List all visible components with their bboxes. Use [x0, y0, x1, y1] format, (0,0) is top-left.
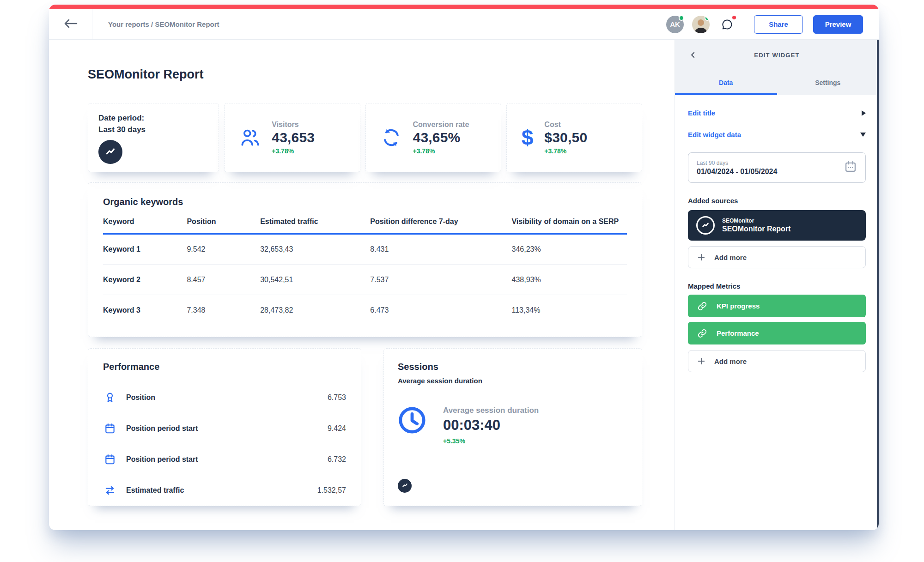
cell-visibility: 438,93%	[511, 265, 627, 295]
column-header: Visibility of domain on a SERP	[511, 218, 627, 234]
date-period-label: Date period:	[98, 113, 208, 124]
performance-title: Performance	[103, 362, 346, 372]
avatar-photo[interactable]	[692, 16, 710, 33]
table-row: Keyword 2 8.457 30,542,51 7.537 438,93%	[103, 265, 627, 295]
mapped-metric-label: KPI progress	[717, 302, 760, 310]
column-header: Keyword	[103, 218, 187, 234]
edit-widget-data-row[interactable]: Edit widget data	[688, 131, 866, 139]
avatar-initials-text: AK	[670, 20, 680, 28]
organic-keywords-widget[interactable]: Organic keywords Keyword Position Estima…	[88, 182, 642, 337]
cell-visibility: 346,23%	[511, 234, 627, 265]
performance-row-label: Position period start	[126, 455, 198, 464]
date-period-widget[interactable]: Date period: Last 30 days	[88, 103, 219, 172]
tab-settings[interactable]: Settings	[777, 70, 879, 95]
plus-icon	[697, 253, 706, 262]
edit-widget-panel: EDIT WIDGET Data Settings Edit title	[675, 40, 879, 530]
stat-value: 43,65%	[413, 130, 469, 145]
keywords-title: Organic keywords	[103, 197, 627, 207]
sidebar-scrollbar[interactable]	[877, 40, 879, 530]
share-button[interactable]: Share	[754, 15, 803, 34]
preview-button-label: Preview	[825, 20, 851, 28]
cell-position-diff: 8.431	[370, 234, 511, 265]
stat-label: Conversion rate	[413, 121, 469, 129]
column-header: Position	[187, 218, 260, 234]
notification-dot	[731, 15, 737, 20]
add-source-button[interactable]: Add more	[688, 246, 866, 268]
panel-title: EDIT WIDGET	[675, 52, 879, 59]
seomonitor-logo-icon	[398, 479, 412, 493]
stat-delta: +3.78%	[413, 147, 469, 155]
preview-button[interactable]: Preview	[813, 15, 863, 34]
online-dot	[705, 16, 710, 21]
panel-header: EDIT WIDGET Data Settings	[675, 40, 879, 95]
session-metric-label: Average session duration	[443, 406, 539, 415]
sessions-widget[interactable]: Sessions Average session duration Averag…	[383, 348, 642, 506]
chevron-right-icon	[862, 110, 866, 116]
breadcrumb[interactable]: Your reports / SEOMonitor Report	[108, 20, 219, 28]
source-name: SEOMonitor Report	[722, 225, 790, 233]
award-icon	[103, 392, 117, 404]
date-range-picker[interactable]: Last 90 days 01/04/2024 - 01/05/2024	[688, 152, 866, 183]
source-provider: SEOMonitor	[722, 218, 790, 224]
table-row: Keyword 3 7.348 28,473,82 6.473 113,34%	[103, 295, 627, 326]
cell-traffic: 30,542,51	[260, 265, 370, 295]
stat-delta: +3.78%	[544, 147, 587, 155]
bottom-widgets-row: Performance Position 6.753	[88, 348, 642, 506]
back-button[interactable]	[49, 9, 92, 39]
tab-label: Data	[719, 79, 733, 86]
sessions-title: Sessions	[398, 362, 628, 372]
cell-position: 7.348	[187, 295, 260, 326]
share-button-label: Share	[769, 20, 788, 28]
performance-row-label: Estimated traffic	[126, 486, 184, 495]
chat-button[interactable]	[718, 15, 736, 34]
performance-row: Position period start 6.732	[103, 444, 346, 475]
date-period-value: Last 30 days	[98, 124, 208, 136]
navbar-actions: AK Shar	[666, 15, 879, 34]
source-card-seomonitor[interactable]: SEOMonitor SEOMonitor Report	[688, 210, 866, 241]
cell-keyword: Keyword 3	[103, 295, 187, 326]
chevron-left-icon	[689, 51, 697, 59]
performance-row-label: Position period start	[126, 424, 198, 433]
seomonitor-logo-icon	[98, 140, 122, 164]
date-range-value: 01/04/2024 - 01/05/2024	[697, 168, 777, 176]
performance-row: Position 6.753	[103, 382, 346, 413]
tab-data[interactable]: Data	[675, 70, 777, 95]
performance-widget[interactable]: Performance Position 6.753	[88, 348, 361, 506]
stat-delta: +3.78%	[272, 147, 315, 155]
cell-traffic: 32,653,43	[260, 234, 370, 265]
transfer-arrows-icon	[103, 484, 117, 496]
cell-keyword: Keyword 1	[103, 234, 187, 265]
cell-keyword: Keyword 2	[103, 265, 187, 295]
cost-widget[interactable]: $ Cost $30,50 +3.78%	[506, 103, 642, 172]
performance-row: Position period start 9.424	[103, 413, 346, 444]
panel-back-button[interactable]	[689, 40, 697, 70]
column-header: Position difference 7-day	[370, 218, 511, 234]
edit-title-row[interactable]: Edit title	[688, 109, 866, 117]
calendar-icon	[103, 423, 117, 435]
session-metric-value: 00:03:40	[443, 417, 539, 434]
seomonitor-logo-icon	[696, 216, 715, 235]
add-metric-button[interactable]: Add more	[688, 350, 866, 372]
performance-row: Estimated traffic 1.532,57	[103, 475, 346, 506]
calendar-icon	[844, 160, 857, 175]
clock-icon	[398, 406, 426, 435]
cell-position: 8.457	[187, 265, 260, 295]
chevron-down-icon	[860, 133, 866, 137]
panel-content: Edit title Edit widget data Last 90 days…	[675, 95, 879, 386]
visitors-widget[interactable]: Visitors 43,653 +3.78%	[224, 103, 360, 172]
edit-title-link: Edit title	[688, 109, 715, 117]
mapped-metric-performance[interactable]: Performance	[688, 322, 866, 344]
add-metric-label: Add more	[714, 357, 747, 365]
conversion-rate-widget[interactable]: Conversion rate 43,65% +3.78%	[365, 103, 501, 172]
stat-value: $30,50	[544, 130, 587, 145]
report-canvas: SEOMonitor Report Date period: Last 30 d…	[49, 40, 675, 530]
avatar-initials[interactable]: AK	[666, 16, 684, 33]
performance-row-value: 1.532,57	[317, 486, 346, 495]
plus-icon	[697, 357, 706, 366]
top-navbar: Your reports / SEOMonitor Report AK	[49, 9, 879, 40]
dollar-icon: $	[522, 127, 534, 148]
panel-tabs: Data Settings	[675, 70, 879, 95]
screen: Your reports / SEOMonitor Report AK	[0, 0, 924, 562]
mapped-metric-kpi-progress[interactable]: KPI progress	[688, 295, 866, 317]
cell-position: 9.542	[187, 234, 260, 265]
